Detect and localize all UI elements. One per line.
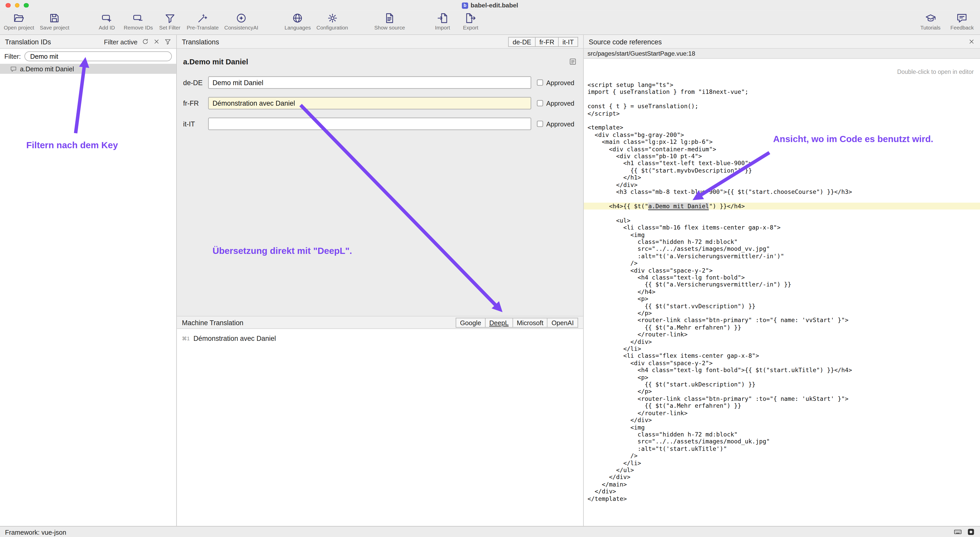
window-close-button[interactable] — [6, 3, 10, 8]
comment-icon[interactable] — [569, 57, 577, 66]
code-line: <img — [584, 424, 980, 431]
titlebar: b babel-edit.babel — [0, 0, 980, 11]
toolbar-export-button[interactable]: Export — [460, 13, 482, 31]
toolbar-configuration-button[interactable]: Configuration — [317, 13, 348, 31]
toolbar-save-project-button[interactable]: Save project — [40, 13, 69, 31]
window-minimize-button[interactable] — [14, 3, 19, 8]
add-id-icon — [101, 13, 113, 24]
mt-engine-deepl-button[interactable]: DeepL — [486, 317, 513, 327]
code-line: class="hidden h-72 md:block" — [584, 238, 980, 245]
approved-toggle-de-de[interactable]: Approved — [537, 79, 574, 86]
window-zoom-button[interactable] — [24, 3, 29, 8]
toolbar-tutorials-button[interactable]: Tutorials — [919, 13, 942, 31]
code-line: </p> — [584, 388, 980, 395]
input-source-icon[interactable] — [967, 528, 975, 536]
code-line: </h4> — [584, 288, 980, 295]
code-line: {{ $t("a.Mehr erfahren") }} — [584, 324, 980, 331]
approved-toggle-fr-fr[interactable]: Approved — [537, 99, 574, 107]
toolbar-show-source-button[interactable]: Show source — [374, 13, 405, 31]
code-line: </template> — [584, 495, 980, 502]
toolbar-pre-translate-button[interactable]: Pre-Translate — [186, 13, 219, 31]
code-line: <h3 class="mb-8 text-blue-900">{{ $t("st… — [584, 188, 980, 195]
code-line: <div class="space-y-2"> — [584, 267, 980, 274]
code-line: {{ $t("a.Mehr erfahren") }} — [584, 402, 980, 410]
filter-label: Filter: — [4, 53, 21, 60]
toolbar-add-id-button[interactable]: Add ID — [95, 13, 118, 31]
highlighted-translation-key[interactable]: a.Demo mit Daniel — [648, 202, 709, 210]
entry-title: a.Demo mit Daniel — [183, 57, 248, 66]
approved-label: Approved — [546, 99, 574, 107]
toolbar-item-label: Remove IDs — [124, 24, 153, 30]
framework-label: Framework: vue-json — [5, 528, 66, 536]
translation-id-item[interactable]: a.Demo mit Daniel — [0, 64, 176, 74]
toolbar-left: Open projectSave projectAdd IDRemove IDs… — [0, 13, 508, 31]
toolbar-import-button[interactable]: Import — [431, 13, 454, 31]
toolbar-remove-ids-button[interactable]: Remove IDs — [124, 13, 153, 31]
toolbar-set-filter-button[interactable]: Set Filter — [159, 13, 181, 31]
code-line: </div> — [584, 474, 980, 481]
export-icon — [465, 13, 476, 24]
code-line: </div> — [584, 416, 980, 424]
mt-engine-microsoft-button[interactable]: Microsoft — [513, 317, 548, 327]
mt-engine-openai-button[interactable]: OpenAI — [548, 317, 578, 327]
approved-toggle-it-it[interactable]: Approved — [537, 120, 574, 127]
code-line: </router-link> — [584, 410, 980, 417]
language-tab-it-it[interactable]: it-IT — [559, 37, 578, 47]
toolbar-item-label: Save project — [40, 24, 69, 30]
code-line-highlighted: <h4>{{ $t("a.Demo mit Daniel") }}</h4> — [584, 202, 980, 210]
refresh-icon[interactable] — [142, 38, 149, 45]
code-line: </li> — [584, 459, 980, 467]
mt-suggestion-text: Démonstration avec Daniel — [194, 335, 276, 342]
toolbar-group: Add IDRemove IDsSet FilterPre-TranslateC… — [95, 13, 258, 31]
code-line: src="../../assets/images/mood_vv.jpg" — [584, 245, 980, 253]
approved-label: Approved — [546, 79, 574, 86]
toolbar-open-project-button[interactable]: Open project — [4, 13, 34, 31]
code-line: <h1 class="text-left text-blue-900"> — [584, 160, 980, 167]
filter-icon[interactable] — [164, 38, 171, 45]
tutorials-icon — [925, 13, 936, 24]
toolbar-feedback-button[interactable]: Feedback — [951, 13, 974, 31]
code-line: /> — [584, 260, 980, 267]
toolbar-consistencyai-button[interactable]: ConsistencyAI — [224, 13, 258, 31]
language-tab-de-de[interactable]: de-DE — [508, 37, 536, 47]
translations-content: a.Demo mit Daniel de-DEApprovedfr-FRAppr… — [177, 49, 583, 316]
clear-filter-icon[interactable] — [153, 38, 160, 45]
code-line: <h4 class="text-lg font-bold"> — [584, 274, 980, 281]
code-line: </p> — [584, 309, 980, 317]
code-line: </main> — [584, 481, 980, 488]
language-tab-fr-fr[interactable]: fr-FR — [536, 37, 559, 47]
translation-input-it-it[interactable] — [208, 118, 531, 130]
feedback-icon — [956, 13, 968, 24]
translation-id-label: a.Demo mit Daniel — [20, 65, 74, 73]
translation-row-fr-fr: fr-FRApproved — [183, 97, 577, 110]
approved-checkbox[interactable] — [537, 100, 543, 106]
code-line: </router-link> — [584, 331, 980, 338]
toolbar-item-label: Open project — [4, 24, 34, 30]
window-controls — [0, 3, 29, 8]
machine-translation-body: ⌘1 Démonstration avec Daniel — [177, 329, 583, 526]
code-line: <p> — [584, 295, 980, 303]
filter-input[interactable] — [25, 51, 172, 61]
language-label: de-DE — [183, 79, 208, 86]
toolbar-languages-button[interactable]: Languages — [285, 13, 311, 31]
code-line: <h4 class="text-lg font-bold">{{ $t("sta… — [584, 367, 980, 374]
code-line: src="../../assets/images/mood_uk.jpg" — [584, 438, 980, 445]
approved-checkbox[interactable] — [537, 80, 543, 86]
mt-suggestion[interactable]: ⌘1 Démonstration avec Daniel — [177, 335, 583, 342]
translation-input-de-de[interactable] — [208, 76, 531, 89]
toolbar-item-label: Set Filter — [159, 24, 180, 30]
close-source-panel-icon[interactable] — [968, 38, 975, 45]
toolbar-item-label: Feedback — [951, 24, 974, 30]
code-line: {{ $t("start.ukDescription") }} — [584, 381, 980, 388]
file-reference[interactable]: src/pages/start/GuestStartPage.vue:18 — [587, 50, 695, 57]
code-line: {{ $t("start.vvDescription") }} — [584, 302, 980, 309]
source-references-panel: Source code references src/pages/start/G… — [584, 35, 980, 526]
approved-checkbox[interactable] — [537, 121, 543, 127]
translation-input-fr-fr[interactable] — [208, 97, 531, 110]
code-line: </div> — [584, 488, 980, 495]
keyboard-icon[interactable] — [954, 528, 962, 536]
window-title: b babel-edit.babel — [0, 2, 980, 9]
open-project-icon — [13, 13, 25, 24]
save-project-icon — [49, 13, 60, 24]
mt-engine-google-button[interactable]: Google — [456, 317, 486, 327]
